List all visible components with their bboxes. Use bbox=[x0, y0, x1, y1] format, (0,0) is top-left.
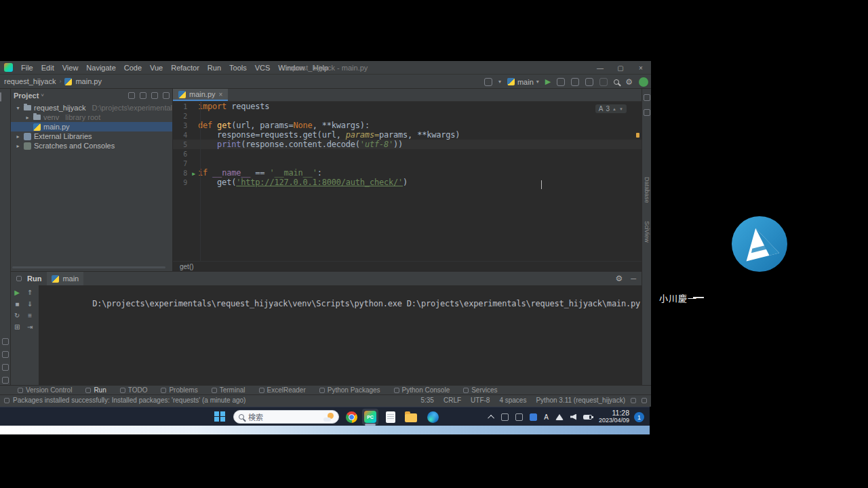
status-4-spaces[interactable]: 4 spaces bbox=[499, 396, 526, 404]
defender-shield-icon[interactable] bbox=[501, 413, 509, 421]
tree-item-main-py[interactable]: main.py bbox=[11, 122, 172, 131]
down-stack-trace-icon[interactable]: ⇓ bbox=[27, 301, 33, 308]
menu-run[interactable]: Run bbox=[203, 64, 225, 72]
onedrive-icon[interactable] bbox=[530, 413, 537, 421]
code-line-3[interactable]: 3def get(url, params=None, **kwargs): bbox=[173, 121, 642, 130]
minimize-button[interactable]: — bbox=[590, 61, 610, 75]
select-opened-file-icon[interactable] bbox=[128, 92, 135, 99]
battery-icon[interactable] bbox=[583, 415, 592, 420]
prev-issue-icon[interactable]: ▲ bbox=[612, 107, 616, 111]
tool-button-problems[interactable]: Problems bbox=[161, 386, 197, 394]
code-line-5[interactable]: 5 print(response.content.decode('utf-8')… bbox=[173, 140, 642, 149]
breadcrumb-file[interactable]: main.py bbox=[75, 77, 102, 85]
pin-tab-icon[interactable]: ⊞ bbox=[14, 324, 20, 331]
menu-refactor[interactable]: Refactor bbox=[167, 64, 203, 72]
tool-button-run[interactable]: Run bbox=[85, 386, 106, 394]
breadcrumb-project[interactable]: request_hijyack bbox=[4, 77, 56, 85]
menu-navigate[interactable]: Navigate bbox=[82, 64, 119, 72]
rerun-button[interactable]: ▶ bbox=[14, 289, 20, 296]
commit-tool-icon[interactable] bbox=[2, 338, 9, 345]
run-console[interactable]: D:\projects\experimentals\request_hijyac… bbox=[39, 285, 642, 385]
scroll-to-end-icon[interactable]: ⇥ bbox=[27, 324, 33, 331]
up-stack-trace-icon[interactable]: ⇑ bbox=[27, 289, 33, 296]
tray-expand-chevron-icon[interactable] bbox=[488, 414, 494, 421]
project-scrollbar[interactable] bbox=[12, 266, 165, 268]
status-crlf[interactable]: CRLF bbox=[443, 396, 461, 404]
stop-button[interactable] bbox=[599, 78, 608, 86]
tool-label-database[interactable]: Database bbox=[644, 177, 650, 203]
tree-item-external-libraries[interactable]: ▸External Libraries bbox=[11, 131, 172, 141]
collapse-all-icon[interactable] bbox=[140, 92, 146, 99]
hide-panel-icon[interactable] bbox=[163, 92, 170, 99]
pycharm-taskbar-icon[interactable]: PC bbox=[362, 409, 378, 425]
restore-layout-icon[interactable]: ↻ bbox=[14, 312, 20, 319]
file-explorer-taskbar-icon[interactable] bbox=[403, 409, 419, 425]
coverage-button[interactable] bbox=[571, 78, 579, 86]
chrome-taskbar-icon[interactable] bbox=[343, 409, 359, 425]
gradle-tool-icon[interactable] bbox=[644, 109, 650, 116]
run-tab-main[interactable]: main bbox=[47, 272, 83, 285]
code-line-7[interactable]: 7 bbox=[173, 159, 642, 168]
next-issue-icon[interactable]: ▼ bbox=[619, 107, 623, 111]
status-python-3-11-request-hijyack-[interactable]: Python 3.11 (request_hijyack) bbox=[536, 396, 625, 404]
status-utf-8[interactable]: UTF-8 bbox=[471, 396, 490, 404]
notifications-tool-icon[interactable] bbox=[644, 94, 650, 101]
tool-label-sciview[interactable]: SciView bbox=[644, 221, 650, 243]
project-panel-title[interactable]: Project bbox=[14, 92, 39, 100]
ime-language-indicator[interactable]: A bbox=[544, 413, 549, 421]
notepad-taskbar-icon[interactable] bbox=[382, 409, 399, 425]
network-wifi-icon[interactable] bbox=[555, 414, 564, 420]
taskbar-clock[interactable]: 11:28 2023/04/09 bbox=[599, 409, 629, 424]
code-editor[interactable]: 1import requests23def get(url, params=No… bbox=[173, 102, 642, 261]
close-button[interactable]: × bbox=[631, 61, 651, 75]
soft-wrap-icon[interactable]: ≡ bbox=[28, 312, 32, 319]
run-button[interactable]: ▶ bbox=[545, 78, 551, 85]
find-tool-icon[interactable] bbox=[2, 377, 9, 384]
chevron-down-icon[interactable]: ˅ bbox=[41, 92, 44, 98]
tool-button-terminal[interactable]: Terminal bbox=[212, 386, 245, 394]
code-line-9[interactable]: 9 get('http://127.0.0.1:8000/auth_check/… bbox=[173, 178, 642, 187]
project-tool-icon[interactable] bbox=[0, 92, 1, 102]
run-config-selector[interactable]: main ▾ bbox=[507, 78, 539, 86]
taskbar-search-box[interactable]: 検索 bbox=[233, 410, 339, 424]
menu-vue[interactable]: Vue bbox=[146, 64, 167, 72]
tool-button-todo[interactable]: TODO bbox=[120, 386, 148, 394]
layout-icon[interactable] bbox=[642, 398, 647, 403]
search-everywhere-icon[interactable] bbox=[614, 79, 619, 85]
widget-icon[interactable] bbox=[484, 78, 492, 86]
tool-button-excelreader[interactable]: ExcelReader bbox=[259, 386, 306, 394]
menu-code[interactable]: Code bbox=[120, 64, 146, 72]
weather-icon[interactable] bbox=[323, 413, 334, 422]
structure-tool-icon[interactable] bbox=[2, 351, 9, 358]
panel-settings-gear-icon[interactable] bbox=[151, 92, 158, 99]
profiler-button[interactable] bbox=[585, 78, 593, 86]
tab-main-py[interactable]: main.py × bbox=[173, 89, 228, 101]
maximize-button[interactable]: ▢ bbox=[610, 61, 631, 75]
notification-badge[interactable]: 1 bbox=[634, 412, 644, 422]
tool-button-version-control[interactable]: Version Control bbox=[18, 386, 72, 394]
tree-item-scratches-and-consoles[interactable]: ▸Scratches and Consoles bbox=[11, 141, 172, 150]
code-line-8[interactable]: 8▶if __name__ == '__main__': bbox=[173, 168, 642, 178]
debug-button[interactable] bbox=[557, 78, 565, 86]
settings-gear-icon[interactable]: ⚙ bbox=[625, 78, 633, 86]
hide-run-panel-icon[interactable]: ─ bbox=[631, 274, 636, 283]
code-line-4[interactable]: 4 response=requests.get(url, params=para… bbox=[173, 130, 642, 140]
stop-process-button[interactable]: ■ bbox=[15, 301, 19, 308]
inspection-widget[interactable]: A 3 ▲ ▼ bbox=[595, 104, 627, 113]
tool-button-python-console[interactable]: Python Console bbox=[394, 386, 450, 394]
tool-button-python-packages[interactable]: Python Packages bbox=[319, 386, 380, 394]
status-5-35[interactable]: 5:35 bbox=[420, 396, 433, 404]
bookmarks-tool-icon[interactable] bbox=[2, 364, 9, 371]
warning-stripe-mark[interactable] bbox=[636, 133, 639, 138]
volume-icon[interactable] bbox=[570, 414, 576, 420]
run-settings-gear-icon[interactable]: ⚙ bbox=[615, 274, 623, 283]
tool-button-services[interactable]: Services bbox=[463, 386, 497, 394]
code-line-1[interactable]: 1import requests bbox=[173, 102, 642, 111]
tab-close-icon[interactable]: × bbox=[219, 91, 223, 98]
status-message[interactable]: Packages installed successfully: Install… bbox=[13, 396, 245, 404]
notifications-bell-icon[interactable] bbox=[631, 398, 636, 403]
edge-taskbar-icon[interactable] bbox=[425, 409, 441, 425]
menu-view[interactable]: View bbox=[58, 64, 83, 72]
menu-edit[interactable]: Edit bbox=[37, 64, 58, 72]
profile-avatar[interactable] bbox=[639, 77, 648, 87]
